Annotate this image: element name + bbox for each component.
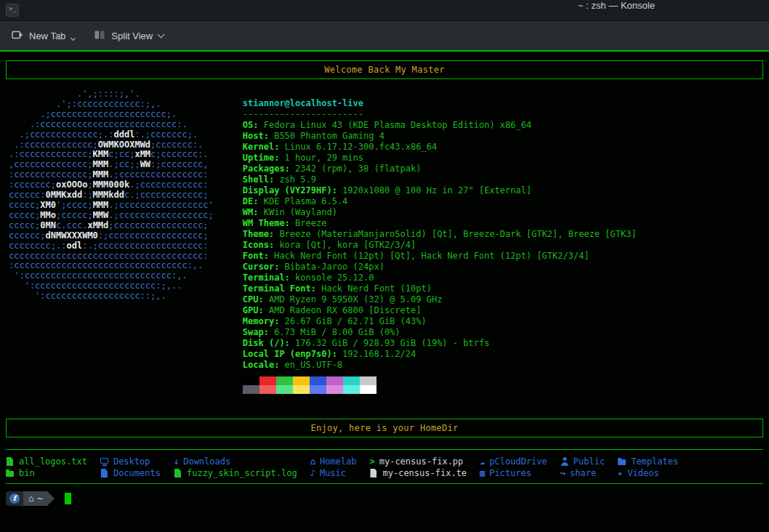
ascii-logo-line: :ccccccccccccccccccccccccccccccccc:,. [9,261,214,271]
folder-icon [6,469,15,477]
fetch-entry: Terminal Font: Hack Nerd Font (10pt) [243,283,637,294]
fetch-entry: Terminal: konsole 25.12.0 [243,273,637,283]
file-icon [369,469,378,477]
ls-item-name: Desktop [113,456,150,467]
split-view-dropdown-chevron-icon[interactable] [158,31,165,38]
ascii-logo-line: .:ccccccccccccc;OWMKOOXMWd;ccccccc:. [9,140,214,150]
fetch-user-host: stiannor@localhost-live [243,98,637,109]
home-icon: ⌂ [310,457,315,466]
ascii-logo-line: :cccccccccccccc;MMM.;cccccccccccccccc: [9,170,214,180]
ls-item: bin [6,467,87,479]
cloud-icon: ☁ [480,457,485,466]
ls-item-name: share [570,468,596,478]
fetch-entry: Uptime: 1 hour, 29 mins [243,153,637,164]
ls-item: my-census-fix.te [369,467,467,479]
palette-swatch [243,376,259,385]
listing-top-rule [6,449,763,450]
fetch-entry: Disk (/): 176.32 GiB / 928.93 GiB (19%) … [243,338,637,349]
palette-swatch [360,376,377,385]
new-tab-dropdown-chevron-icon[interactable] [71,35,76,40]
fetch-entry: OS: Fedora Linux 43 (KDE Plasma Desktop … [243,120,637,131]
ls-item: Documents [100,467,161,479]
file-text-icon [6,457,15,466]
ls-item: ♪Music [310,467,357,479]
ls-item: ▸Videos [618,467,678,479]
prompt-path-segment: ⌂ ~ [23,491,47,506]
terminal-viewport[interactable]: Welcome Back My Master .',;::::;,'. .';:… [0,52,769,532]
fetch-entry: WM Theme: Breeze [243,218,637,229]
window-title: ~ : zsh — Konsole [578,0,655,20]
fetch-entry: Cursor: Bibata-Jaroo (24px) [243,262,637,273]
ls-item: fuzzy_skin_script.log [174,467,297,479]
fetch-entry: Display (VY279HF): 1920x1080 @ 100 Hz in… [243,185,637,196]
ls-item: ↪share [560,467,605,479]
enjoy-banner-box: Enjoy, here is your HomeDir [6,419,763,438]
new-tab-icon [12,29,23,43]
ls-item-name: pCloudDrive [489,456,547,467]
image-icon: ▦ [480,469,485,477]
split-view-icon [94,29,105,43]
ls-item: ↓Downloads [174,456,297,467]
fetch-entry: Packages: 2342 (rpm), 38 (flatpak) [243,164,637,174]
ascii-logo-line: ':cccccccccccccccccc::;,. [9,291,214,302]
ascii-logo-line: ccccc;MMo;ccccc;MMW.;ccccccccccccccccc; [9,211,214,221]
ascii-logo-line: .:cccccccccccccccccccccccccc:. [9,120,214,130]
ls-item-name: Videos [627,468,659,478]
fetch-entry: Shell: zsh 5.9 [243,174,637,185]
ls-item: Templates [618,456,678,467]
ascii-logo-line: ':cccccccccccccccccccccccccccc:,. [9,271,214,281]
ascii-logo-line: ':ccccccccccccccccccccccc:;,.. [9,281,214,291]
fetch-entry: GPU: AMD Radeon RX 6800 [Discrete] [243,305,637,316]
ls-item-name: Downloads [183,456,230,467]
symlink-arrow-icon: ↪ [560,469,565,477]
ls-item-name: my-census-fix.te [382,468,467,478]
split-view-button[interactable]: Split View [94,29,164,43]
puppet-icon: > [369,457,374,466]
folder-icon [618,457,627,466]
ascii-logo-line: ccccc;0MNc.ccc.xMMd;ccccccccccccccccc; [9,221,214,231]
palette-swatch [326,376,343,385]
ascii-logo-line: .;cccccccccccccccccccccc;. [9,110,214,120]
fetch-entry: Locale: en_US.UTF-8 [243,360,637,371]
person-icon [560,457,569,466]
titlebar[interactable]: >_ ~ : zsh — Konsole [0,0,769,20]
ascii-logo-line: .';:cccccccccccc:;,. [9,100,214,110]
ls-item: ▦Pictures [480,467,547,479]
palette-swatch [293,385,310,394]
home-icon: ⌂ [28,493,33,504]
terminal-color-palette [243,376,637,394]
ls-item-name: all_logos.txt [19,456,87,467]
ascii-logo-line: ccccccccccccccccccccccccccccccccccccc: [9,251,214,262]
palette-swatch [310,376,326,385]
ascii-logo-line: cccccccc;.:odl:.;cccccccccccccccccccc: [9,241,214,251]
ls-item-name: Documents [113,468,161,478]
terminal-cursor[interactable] [65,493,71,504]
new-tab-button[interactable]: New Tab [12,29,75,43]
ls-item-name: Music [320,468,346,478]
palette-swatch [276,376,293,385]
ls-item-name: bin [19,468,35,478]
ascii-logo-line: .',;::::;,'. [9,89,214,100]
ls-item-name: fuzzy_skin_script.log [187,468,297,478]
ls-item: ⌂Homelab [310,456,357,467]
ls-item-name: Templates [631,456,678,467]
ascii-logo-line: ,cccccccccccccc;MMM.;cc;;WW:;cccccccc, [9,160,214,170]
palette-swatch [343,376,360,385]
fetch-entry: Host: B550 Phantom Gaming 4 [243,131,637,142]
welcome-banner-text: Welcome Back My Master [324,65,445,75]
file-text-icon [100,469,109,477]
palette-swatch [243,385,259,394]
ascii-logo-line: cccccc;dNMWXXXWM0:;cccccccccccccccccc; [9,231,214,241]
enjoy-banner-text: Enjoy, here is your HomeDir [310,423,458,433]
new-tab-label: New Tab [29,31,65,41]
fetch-entry: Swap: 6.73 MiB / 8.00 GiB (0%) [243,327,637,338]
shell-prompt[interactable]: f ⌂ ~ [6,491,763,506]
palette-swatch [360,385,377,394]
download-icon: ↓ [174,457,179,466]
ascii-logo-line: .:ccccccccccccc;KMMc;cc;xMMc;ccccccc:. [9,150,214,160]
powerline-arrow-icon [47,491,55,506]
system-info: stiannor@localhost-live-----------------… [243,98,637,394]
fetch-entry: Theme: Breeze (MateriaManjaroSolid) [Qt]… [243,229,637,240]
konsole-window: >_ ~ : zsh — Konsole New Tab Split View [0,0,769,532]
ls-item-name: my-census-fix.pp [379,456,464,467]
